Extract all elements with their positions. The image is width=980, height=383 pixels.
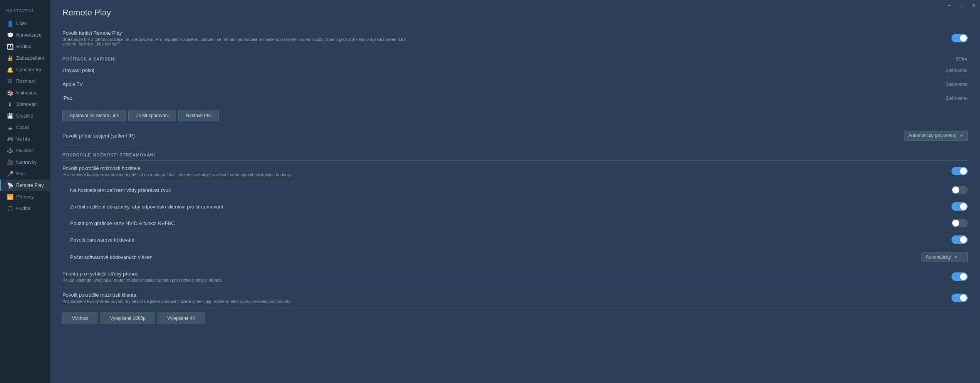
dropdown-arrow-icon: ▼ — [960, 134, 963, 138]
nvfbc-row: Použít pro grafické karty NVIDIA funkci … — [62, 215, 968, 232]
unpair-button[interactable]: Zrušit spárování — [128, 110, 176, 121]
direct-connection-row: Povolit přímé spojení (sdílení IP) Autom… — [62, 126, 968, 146]
voice-icon: 🎤 — [7, 171, 13, 177]
change-resolution-row: Změnit rozlišení obrazovky, aby odpovída… — [62, 198, 968, 215]
sidebar-item-label: Rozhraní — [16, 79, 36, 84]
music-icon: 🎵 — [7, 205, 13, 212]
sidebar: NASTAVENÍ 👤 Účet 💬 Konverzace 👨‍👩‍👧 Rodi… — [0, 0, 50, 383]
sidebar-item-label: Ve hře — [16, 136, 30, 142]
chat-icon: 💬 — [7, 32, 13, 38]
sidebar-item-label: Remote Play — [16, 183, 44, 188]
sidebar-item-label: Ovladač — [16, 148, 34, 153]
transfers-icon: 📶 — [7, 194, 13, 200]
play-sound-label: Na hostitelském zařízení vždy přehrávat … — [70, 187, 171, 193]
pair-steamlink-button[interactable]: Spárovat se Steam Link — [62, 110, 126, 121]
notification-icon: 🔔 — [7, 67, 13, 73]
enable-client-text: Povolit pokročilé možnosti klienta Pro z… — [62, 292, 951, 304]
ingame-icon: 🎮 — [7, 136, 13, 142]
network-priority-toggle[interactable] — [951, 272, 968, 281]
sidebar-item-label: Rodina — [16, 44, 32, 49]
dropdown-arrow-icon: ▼ — [954, 255, 958, 259]
network-priority-label: Priorita pro rychlejší síťový přenos — [62, 271, 951, 277]
advanced-section-header: POKROČILÉ MOŽNOSTI STREAMOVÁNÍ — [62, 146, 968, 161]
device-name: Obývací pokoj — [62, 67, 94, 73]
play-sound-row: Na hostitelském zařízení vždy přehrávat … — [62, 182, 968, 198]
enable-remote-play-label: Povolit funkci Remote Play — [62, 30, 951, 36]
enable-remote-play-desc: Streamujte hry z tohoto počítače na jiná… — [62, 37, 409, 46]
sidebar-item-label: Knihovna — [16, 90, 36, 96]
enable-remote-play-toggle[interactable] — [951, 34, 968, 42]
quality-default-button[interactable]: Výchozí — [62, 312, 98, 324]
sidebar-item-label: Úložiště — [16, 113, 33, 119]
sidebar-heading: NASTAVENÍ — [0, 5, 50, 18]
hw-encode-toggle[interactable] — [951, 235, 968, 244]
hw-encode-row: Povolit hardwarové kódování — [62, 232, 968, 248]
sidebar-item-ve-hre[interactable]: 🎮 Ve hře — [0, 133, 50, 145]
dropdown-value: Automaticky (povoleno) — [908, 133, 957, 138]
close-button[interactable]: ✕ — [968, 0, 980, 11]
device-row: Obývací pokoj Spárováno — [62, 64, 968, 77]
sidebar-item-label: Zabezpečení — [16, 55, 44, 61]
sidebar-item-remote-play[interactable]: 📡 Remote Play — [0, 180, 50, 191]
library-icon: 📚 — [7, 90, 13, 96]
sidebar-item-label: Účet — [16, 21, 26, 26]
nvfbc-toggle[interactable] — [951, 219, 968, 227]
sidebar-item-rodina[interactable]: 👨‍👩‍👧 Rodina — [0, 41, 50, 52]
sidebar-item-prenosy[interactable]: 📶 Přenosy — [0, 191, 50, 203]
page-title: Remote Play — [62, 8, 968, 18]
enable-client-row: Povolit pokročilé možnosti klienta Pro z… — [62, 287, 968, 309]
enable-host-desc: Pro zlepšení kvality streamování hry běž… — [62, 172, 409, 177]
security-icon: 🔒 — [7, 55, 13, 61]
sidebar-item-label: Nahrávky — [16, 160, 37, 165]
sidebar-item-zabezpeceni[interactable]: 🔒 Zabezpečení — [0, 52, 50, 64]
sidebar-item-ovladac[interactable]: 🕹 Ovladač — [0, 145, 50, 156]
interface-icon: 🖥 — [7, 78, 13, 84]
sidebar-item-label: Hudba — [16, 206, 30, 211]
sidebar-item-upozorneni[interactable]: 🔔 Upozornění — [0, 64, 50, 76]
account-icon: 👤 — [7, 20, 13, 27]
change-resolution-label: Změnit rozlišení obrazovky, aby odpovída… — [70, 204, 223, 210]
minimize-button[interactable]: − — [943, 0, 955, 11]
devices-header: POČÍTAČE A ZAŘÍZENÍ STAV — [62, 51, 968, 64]
sidebar-item-label: Upozornění — [16, 67, 41, 72]
direct-connection-text: Povolit přímé spojení (sdílení IP) — [62, 133, 904, 139]
sidebar-item-uloziste[interactable]: 💾 Úložiště — [0, 110, 50, 122]
sidebar-item-label: Hlas — [16, 171, 26, 176]
sidebar-item-konverzace[interactable]: 💬 Konverzace — [0, 29, 50, 41]
sidebar-item-cloud[interactable]: ☁ Cloud — [0, 122, 50, 133]
play-sound-toggle[interactable] — [951, 186, 968, 194]
direct-connection-label: Povolit přímé spojení (sdílení IP) — [62, 133, 904, 139]
quality-4k-button[interactable]: Vylepšené 4K — [158, 312, 205, 324]
nvfbc-label: Použít pro grafické karty NVIDIA funkci … — [70, 220, 175, 226]
controller-icon: 🕹 — [7, 148, 13, 154]
sidebar-item-nahravky[interactable]: 🎥 Nahrávky — [0, 156, 50, 168]
title-bar: − □ ✕ — [943, 0, 980, 11]
enable-host-text: Povolit pokročilé možnosti hostitele Pro… — [62, 165, 951, 177]
sidebar-item-hlas[interactable]: 🎤 Hlas — [0, 168, 50, 180]
software-threads-dropdown[interactable]: Automaticky ▼ — [921, 252, 968, 262]
device-status: Spárováno — [945, 82, 968, 87]
sidebar-item-label: Stahování — [16, 102, 38, 107]
direct-connection-dropdown[interactable]: Automaticky (povoleno) ▼ — [904, 131, 968, 141]
sidebar-item-ucet[interactable]: 👤 Účet — [0, 18, 50, 29]
sidebar-item-label: Přenosy — [16, 194, 34, 200]
sidebar-item-hudba[interactable]: 🎵 Hudba — [0, 203, 50, 214]
enable-client-toggle[interactable] — [951, 294, 968, 302]
family-icon: 👨‍👩‍👧 — [7, 44, 13, 50]
device-row: iPad Spárováno — [62, 91, 968, 105]
enable-remote-play-row: Povolit funkci Remote Play Streamujte hr… — [62, 25, 968, 51]
sidebar-item-stahovani[interactable]: ⬇ Stahování — [0, 99, 50, 110]
quality-1080p-button[interactable]: Vylepšené 1080p — [101, 312, 155, 324]
enable-host-toggle[interactable] — [951, 167, 968, 175]
device-row: Apple TV Spárováno — [62, 77, 968, 91]
change-resolution-toggle[interactable] — [951, 202, 968, 211]
recordings-icon: 🎥 — [7, 159, 13, 165]
device-buttons-row: Spárovat se Steam Link Zrušit spárování … — [62, 105, 968, 126]
maximize-button[interactable]: □ — [955, 0, 968, 11]
sidebar-item-knihovna[interactable]: 📚 Knihovna — [0, 87, 50, 99]
enable-remote-play-text: Povolit funkci Remote Play Streamujte hr… — [62, 30, 951, 46]
sidebar-item-label: Cloud — [16, 125, 29, 130]
set-pin-button[interactable]: Nastavit PIN — [178, 110, 219, 121]
sidebar-item-rozhrani[interactable]: 🖥 Rozhraní — [0, 76, 50, 87]
network-priority-text: Priorita pro rychlejší síťový přenos Pok… — [62, 271, 951, 282]
